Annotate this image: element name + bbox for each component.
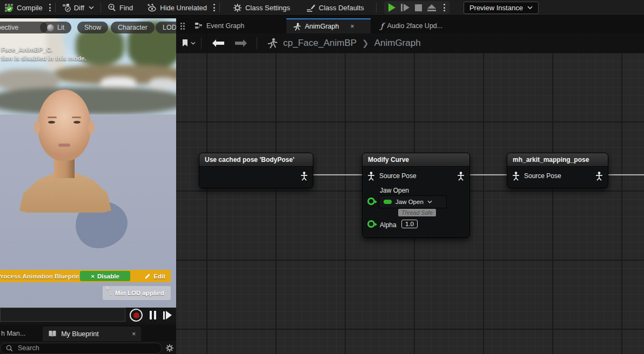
- graph-tab-bar: Event Graph AnimGraph × ƒ Audio 2face Up…: [176, 18, 644, 33]
- compile-options-menu-icon[interactable]: [47, 4, 53, 11]
- breadcrumb-separator: ❯: [362, 38, 369, 48]
- toolbar-divider: [376, 3, 377, 12]
- compile-button[interactable]: Compile: [0, 0, 47, 15]
- character-dropdown[interactable]: Character: [111, 22, 155, 33]
- post-process-label: Process Animation Blueprint: [0, 273, 79, 280]
- animgraph-label: AnimGraph: [305, 23, 339, 30]
- preview-instance-label: Preview Instance: [469, 4, 523, 12]
- show-dropdown[interactable]: Show: [77, 22, 108, 33]
- lit-dropdown[interactable]: Lit: [40, 22, 71, 33]
- hide-unrelated-label: Hide Unrelated: [160, 4, 207, 12]
- bookmark-icon: [182, 39, 189, 47]
- search-input[interactable]: [17, 344, 143, 352]
- divider: [257, 37, 257, 49]
- alpha-label: Alpha: [380, 221, 397, 229]
- wire-cachedpose-to-modifycurve: [309, 174, 365, 175]
- breadcrumb-current[interactable]: AnimGraph: [374, 38, 421, 49]
- my-blueprint-label: My Blueprint: [61, 330, 98, 338]
- left-bottom-tabs: h Man... My Blueprint ×: [0, 325, 176, 341]
- close-icon: ×: [91, 273, 95, 280]
- forward-arrow-icon[interactable]: [234, 39, 248, 47]
- tab-animgraph[interactable]: AnimGraph ×: [286, 18, 371, 33]
- hide-unrelated-button[interactable]: Hide Unrelated: [143, 0, 211, 15]
- lod-arrow-icon: ↓: [109, 290, 112, 296]
- graph-run-icon: [267, 38, 278, 49]
- step-forward-icon[interactable]: [163, 311, 172, 319]
- event-graph-icon: [194, 22, 203, 30]
- node-title: Modify Curve: [363, 153, 469, 167]
- node-use-cached-pose[interactable]: Use cached pose 'BodyPose': [199, 153, 313, 188]
- audio-2face-label: Audio 2face Upd...: [387, 22, 442, 30]
- lod-auto-label: LOD Auto: [163, 24, 176, 31]
- hide-unrelated-options-menu-icon[interactable]: [211, 4, 217, 11]
- disable-button[interactable]: × Disable: [80, 271, 130, 281]
- record-icon[interactable]: [130, 309, 143, 322]
- lit-label: Lit: [57, 24, 64, 31]
- search-settings-gear-icon[interactable]: [165, 344, 174, 352]
- tab-audio-2face[interactable]: ƒ Audio 2face Upd...: [374, 18, 449, 33]
- back-arrow-icon[interactable]: [211, 39, 225, 47]
- close-icon[interactable]: ×: [350, 23, 354, 30]
- pause-icon[interactable]: [150, 311, 156, 319]
- pose-output-pin-icon[interactable]: [457, 172, 465, 181]
- show-label: Show: [84, 24, 101, 31]
- simulation-controls: [384, 1, 450, 14]
- tab-event-graph[interactable]: Event Graph: [188, 18, 251, 33]
- disable-label: Disable: [97, 273, 119, 280]
- curve-pin-icon[interactable]: [367, 198, 375, 205]
- lod-badge-label: Min LOD applied: [115, 290, 164, 296]
- alpha-value-input[interactable]: 1.0: [401, 220, 418, 228]
- pose-input-pin-icon[interactable]: [367, 172, 375, 181]
- edit-button[interactable]: Edit: [144, 271, 165, 281]
- preview-instance-dropdown[interactable]: Preview Instance: [464, 2, 539, 14]
- tab-my-blueprint[interactable]: My Blueprint ×: [43, 326, 141, 341]
- curve-name-label: Jaw Open: [380, 187, 409, 194]
- alpha-pin-icon[interactable]: [367, 220, 375, 228]
- lod-auto-dropdown[interactable]: LOD Auto: [156, 22, 176, 33]
- class-defaults-label: Class Defaults: [319, 4, 364, 12]
- perspective-label: Perspective: [0, 24, 18, 31]
- close-icon[interactable]: ×: [132, 330, 136, 338]
- curve-value-dropdown[interactable]: Jaw Open: [379, 195, 447, 208]
- play-icon[interactable]: [388, 3, 395, 12]
- tab-well-grip-icon[interactable]: [180, 23, 185, 30]
- search-box[interactable]: [0, 343, 162, 354]
- find-button[interactable]: Find: [103, 0, 137, 15]
- pose-output-pin-icon[interactable]: [595, 172, 603, 181]
- frame-skip-icon[interactable]: [401, 4, 410, 11]
- graph-editor: Event Graph AnimGraph × ƒ Audio 2face Up…: [176, 18, 644, 354]
- preview-viewport[interactable]: Perspective Lit Show Character LOD Auto …: [0, 18, 176, 308]
- character-preview: [19, 88, 111, 240]
- node-title: mh_arkit_mapping_pose: [507, 153, 608, 167]
- character-label: Character: [118, 24, 147, 31]
- preview-panel: Perspective Lit Show Character LOD Auto …: [0, 18, 177, 354]
- min-lod-badge[interactable]: × ↓ Min LOD applied: [103, 286, 171, 300]
- chevron-down-icon: [427, 200, 432, 203]
- node-mh-arkit-mapping-pose[interactable]: mh_arkit_mapping_pose Source Pose: [507, 153, 608, 188]
- gear-icon: [233, 3, 242, 12]
- tab-partial[interactable]: h Man...: [0, 330, 28, 341]
- bookmark-dropdown[interactable]: [182, 39, 196, 47]
- diff-button[interactable]: Diff: [58, 0, 98, 15]
- search-icon: [6, 345, 13, 352]
- class-defaults-icon: [306, 3, 316, 12]
- chevron-down-icon: [527, 6, 533, 9]
- source-pose-label: Source Pose: [524, 172, 561, 180]
- node-modify-curve[interactable]: Modify Curve Source Pose Jaw Open Jaw Op…: [362, 153, 470, 238]
- diff-icon: [62, 3, 71, 12]
- timeline-scrubber[interactable]: [0, 308, 125, 322]
- lit-sphere-icon: [47, 24, 54, 31]
- play-options-menu-icon[interactable]: [441, 4, 445, 11]
- chevron-down-icon: [89, 6, 94, 9]
- graph-breadcrumb-bar: cp_Face_AnimBP ❯ AnimGraph: [176, 33, 644, 53]
- class-settings-button[interactable]: Class Settings: [229, 0, 294, 15]
- thread-safe-watermark: Thread Safe: [398, 209, 436, 216]
- graph-canvas[interactable]: cp_Face_AnimBP ❯ AnimGraph Use cached po…: [176, 33, 644, 354]
- class-defaults-button[interactable]: Class Defaults: [302, 0, 368, 15]
- pose-output-pin-icon[interactable]: [300, 172, 308, 181]
- breadcrumb-root[interactable]: cp_Face_AnimBP: [283, 38, 357, 49]
- badge-close-icon[interactable]: ×: [106, 285, 109, 291]
- eject-icon[interactable]: [427, 4, 436, 11]
- stop-icon[interactable]: [415, 4, 422, 11]
- pose-input-pin-icon[interactable]: [512, 172, 520, 181]
